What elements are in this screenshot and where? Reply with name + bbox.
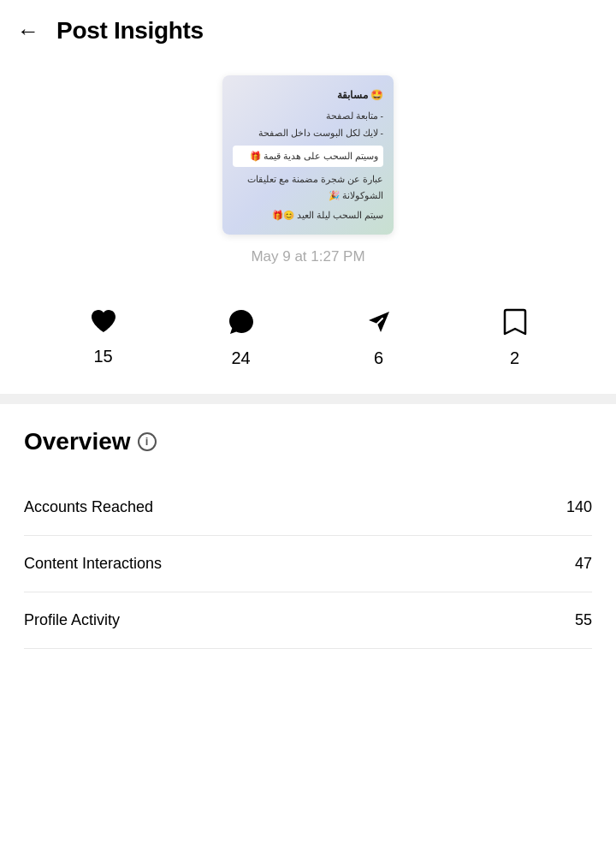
send-icon: [365, 308, 393, 340]
post-card-line-1: - متابعة لصفحة: [233, 109, 383, 123]
profile-activity-value: 55: [575, 611, 592, 629]
comments-count: 24: [231, 348, 250, 368]
shares-count: 6: [374, 348, 383, 368]
metric-row-content-interactions: Content Interactions 47: [24, 536, 592, 592]
overview-header: Overview i: [24, 428, 592, 455]
overview-title: Overview: [24, 428, 131, 455]
post-card-title: 🤩 مسابقة: [233, 87, 383, 104]
overview-section: Overview i Accounts Reached 140 Content …: [0, 404, 616, 666]
post-card-highlight: وسيتم السحب على هدية قيمة 🎁: [233, 146, 383, 167]
heart-icon: [90, 308, 117, 338]
post-preview-area: 🤩 مسابقة - متابعة لصفحة - لايك لكل البوس…: [0, 58, 616, 274]
header: ← Post Insights: [0, 0, 616, 58]
post-card-line-2: - لايك لكل البوست داخل الصفحة: [233, 126, 383, 140]
post-card-line-5: سيتم السحب ليلة العيد 😊🎁: [233, 208, 383, 223]
metric-row-accounts-reached: Accounts Reached 140: [24, 479, 592, 536]
stats-row: 15 24 6 2: [0, 283, 616, 394]
profile-activity-label: Profile Activity: [24, 611, 120, 629]
stat-saves: 2: [503, 308, 527, 368]
stat-shares: 6: [365, 308, 393, 368]
back-button[interactable]: ←: [17, 20, 39, 42]
content-interactions-value: 47: [575, 555, 592, 573]
post-card: 🤩 مسابقة - متابعة لصفحة - لايك لكل البوس…: [222, 75, 394, 235]
stat-likes: 15: [90, 308, 117, 366]
post-timestamp: May 9 at 1:27 PM: [251, 248, 364, 265]
stat-comments: 24: [228, 308, 255, 368]
post-card-line-4: الشوكولانة 🎉: [233, 188, 383, 203]
saves-count: 2: [510, 348, 519, 368]
accounts-reached-label: Accounts Reached: [24, 498, 153, 516]
bookmark-icon: [503, 308, 527, 340]
page-title: Post Insights: [56, 17, 204, 45]
comment-icon: [228, 308, 255, 340]
section-divider: [0, 394, 616, 404]
accounts-reached-value: 140: [566, 498, 592, 516]
info-icon[interactable]: i: [138, 432, 157, 451]
likes-count: 15: [93, 347, 112, 366]
content-interactions-label: Content Interactions: [24, 555, 162, 573]
metric-row-profile-activity: Profile Activity 55: [24, 592, 592, 649]
metrics-list: Accounts Reached 140 Content Interaction…: [24, 479, 592, 649]
post-card-line-3: عبارة عن شجرة مضمنة مع تعليقات: [233, 172, 383, 187]
